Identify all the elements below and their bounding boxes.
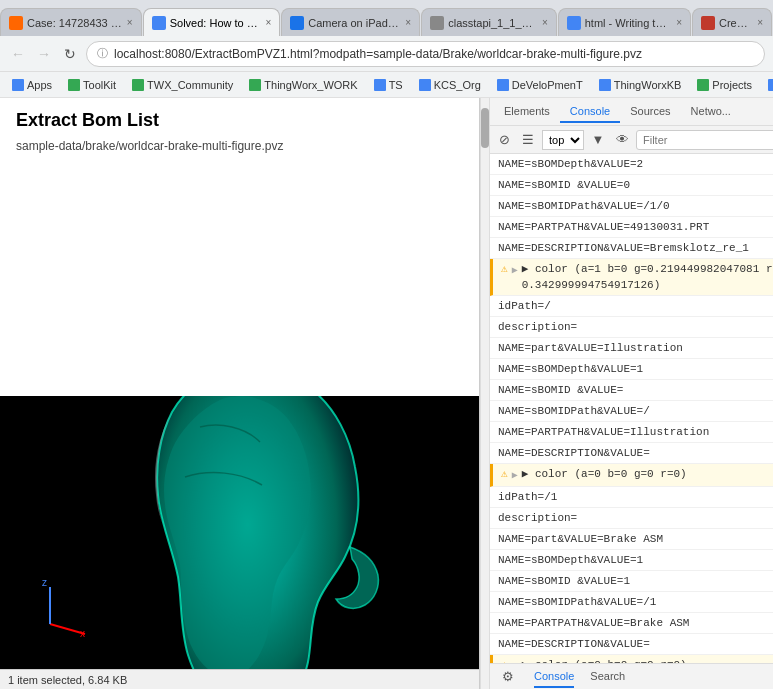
tab-close-icon[interactable]: × — [757, 17, 763, 28]
console-line: ⚠▶▶ color (a=0 b=0 g=0 r=0) — [490, 655, 773, 663]
bottom-tab-console[interactable]: Console — [534, 666, 574, 688]
bookmark-icon — [132, 79, 144, 91]
tab-favicon — [152, 16, 166, 30]
tab-close-icon[interactable]: × — [676, 17, 682, 28]
console-line: NAME=DESCRIPTION&VALUE=Bremsklotz_re_1 — [490, 238, 773, 259]
tab-sources[interactable]: Sources — [620, 101, 680, 123]
devtools-toolbar: ⊘ ☰ top ▼ 👁 — [490, 126, 773, 154]
tab-favicon — [290, 16, 304, 30]
webpage-panel: Extract Bom List sample-data/brake/world… — [0, 98, 480, 689]
bookmark-label: KCS_Org — [434, 79, 481, 91]
bookmark-twx-community[interactable]: TWX_Community — [128, 77, 237, 93]
tab-label: html - Writing text on... — [585, 17, 672, 29]
console-text: NAME=PARTPATH&VALUE=Brake ASM — [498, 615, 773, 631]
devtools-panel: Elements Console Sources Netwo... ⊘ ☰ to… — [490, 98, 773, 689]
tab-creo[interactable]: Creo V... × — [692, 8, 772, 36]
bookmark-label: TS — [389, 79, 403, 91]
console-text: NAME=PARTPATH&VALUE=Illustration — [498, 424, 773, 440]
model-svg — [70, 396, 410, 670]
console-line: ⚠▶▶ color (a=1 b=0 g=0.219449982047081 r… — [490, 259, 773, 296]
eye-button[interactable]: 👁 — [612, 130, 632, 150]
status-bar: 1 item selected, 6.84 KB — [0, 669, 479, 689]
console-line: NAME=sBOMDepth&VALUE=2 — [490, 154, 773, 175]
tab-label: Creo V... — [719, 17, 753, 29]
nav-bar: ← → ↻ ⓘ localhost:8080/ExtractBomPVZ1.ht… — [0, 36, 773, 72]
back-button[interactable]: ← — [8, 44, 28, 64]
model-viewport[interactable]: x z — [0, 396, 479, 670]
forward-button[interactable]: → — [34, 44, 54, 64]
bookmark-projects[interactable]: Projects — [693, 77, 756, 93]
bookmark-icon — [419, 79, 431, 91]
expand-icon[interactable]: ▶ — [512, 263, 518, 279]
bookmark-icon — [497, 79, 509, 91]
console-text: NAME=sBOMID &VALUE= — [498, 382, 773, 398]
address-bar[interactable]: ⓘ localhost:8080/ExtractBomPVZ1.html?mod… — [86, 41, 765, 67]
devtools-settings-icon[interactable]: ⚙ — [498, 667, 518, 687]
warning-icon: ⚠ — [501, 466, 508, 482]
status-text: 1 item selected, 6.84 KB — [8, 674, 127, 686]
console-line: ⚠▶▶ color (a=0 b=0 g=0 r=0) — [490, 464, 773, 487]
page-path: sample-data/brake/worldcar-brake-multi-f… — [16, 139, 463, 153]
tab-network[interactable]: Netwo... — [681, 101, 741, 123]
console-text: NAME=part&VALUE=Illustration — [498, 340, 773, 356]
console-line: NAME=sBOMID &VALUE= — [490, 380, 773, 401]
console-text: NAME=part&VALUE=Brake ASM — [498, 531, 773, 547]
console-line: idPath=/ — [490, 296, 773, 317]
page-title: Extract Bom List — [16, 110, 463, 131]
tab-label: Case: 14728433 - Con... — [27, 17, 123, 29]
console-line: idPath=/1 — [490, 487, 773, 508]
bookmark-label: ToolKit — [83, 79, 116, 91]
lock-icon: ⓘ — [97, 46, 108, 61]
bookmark-leo[interactable]: LEO Wörterbuch:UI — [764, 77, 773, 93]
bookmark-icon — [12, 79, 24, 91]
bookmark-label: TWX_Community — [147, 79, 233, 91]
tab-close-icon[interactable]: × — [405, 17, 411, 28]
console-line: NAME=PARTPATH&VALUE=Brake ASM — [490, 613, 773, 634]
bookmark-thingworxkb[interactable]: ThingWorxKB — [595, 77, 686, 93]
filter-toggle-button[interactable]: ☰ — [518, 130, 538, 150]
console-text: NAME=sBOMIDPath&VALUE=/ — [498, 403, 773, 419]
tab-label: Camera on iPad Pro v... — [308, 17, 401, 29]
panel-scrollbar[interactable] — [480, 98, 490, 689]
console-text: NAME=PARTPATH&VALUE=49130031.PRT — [498, 219, 773, 235]
tab-close-icon[interactable]: × — [127, 17, 133, 28]
coordinate-axes: x z — [20, 579, 80, 639]
bookmark-thingworx-work[interactable]: ThingWorx_WORK — [245, 77, 361, 93]
console-line: NAME=sBOMID &VALUE=1 — [490, 571, 773, 592]
tab-classapi[interactable]: classtapi_1_1_model... × — [421, 8, 557, 36]
tab-close-icon[interactable]: × — [265, 17, 271, 28]
tab-close-icon[interactable]: × — [542, 17, 548, 28]
console-line: NAME=DESCRIPTION&VALUE= — [490, 443, 773, 464]
bookmark-ts[interactable]: TS — [370, 77, 407, 93]
bookmark-apps[interactable]: Apps — [8, 77, 56, 93]
filter-input[interactable] — [636, 130, 773, 150]
reload-button[interactable]: ↻ — [60, 44, 80, 64]
bookmark-icon — [697, 79, 709, 91]
console-text: NAME=sBOMIDPath&VALUE=/1 — [498, 594, 773, 610]
console-line: description= — [490, 317, 773, 338]
console-text: description= — [498, 319, 773, 335]
bookmark-development[interactable]: DeVeloPmenT — [493, 77, 587, 93]
tab-console[interactable]: Console — [560, 101, 620, 123]
console-text: ▶ color (a=0 b=0 g=0 r=0) — [522, 466, 773, 482]
tab-solved[interactable]: Solved: How to select... × — [143, 8, 281, 36]
console-text: description= — [498, 510, 773, 526]
tab-elements[interactable]: Elements — [494, 101, 560, 123]
console-text: NAME=sBOMDepth&VALUE=1 — [498, 552, 773, 568]
svg-text:z: z — [42, 579, 47, 588]
tab-camera[interactable]: Camera on iPad Pro v... × — [281, 8, 420, 36]
panel-scrollbar-thumb — [481, 108, 489, 148]
bottom-tab-search[interactable]: Search — [590, 666, 625, 688]
bookmark-icon — [599, 79, 611, 91]
execute-context-button[interactable]: ▼ — [588, 130, 608, 150]
address-text: localhost:8080/ExtractBomPVZ1.html?modpa… — [114, 47, 642, 61]
bookmark-kcs-org[interactable]: KCS_Org — [415, 77, 485, 93]
devtools-tabs: Elements Console Sources Netwo... — [490, 98, 773, 126]
tab-html[interactable]: html - Writing text on... × — [558, 8, 691, 36]
bookmark-label: Projects — [712, 79, 752, 91]
bookmark-toolkit[interactable]: ToolKit — [64, 77, 120, 93]
tab-case[interactable]: Case: 14728433 - Con... × — [0, 8, 142, 36]
clear-console-button[interactable]: ⊘ — [494, 130, 514, 150]
context-select[interactable]: top — [542, 130, 584, 150]
expand-icon[interactable]: ▶ — [512, 468, 518, 484]
